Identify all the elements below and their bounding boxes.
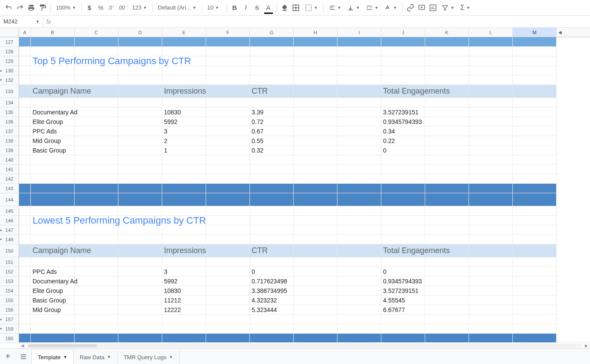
row-header[interactable]: 147 xyxy=(0,225,19,235)
row-header[interactable]: 140 xyxy=(0,155,19,165)
row-header[interactable]: 129 xyxy=(0,56,19,66)
cell[interactable]: 0.67 xyxy=(250,127,294,136)
cell[interactable]: Total Engagements xyxy=(381,244,425,257)
cell[interactable]: 3.527239151 xyxy=(381,286,425,296)
cell[interactable]: 0.55 xyxy=(250,136,294,146)
cell[interactable]: 1 xyxy=(162,146,206,155)
row-header[interactable]: 127 xyxy=(0,37,19,47)
cell[interactable]: 2 xyxy=(162,136,206,146)
cell[interactable]: Mid Group xyxy=(31,136,75,146)
scroll-columns-icon[interactable]: ◀ xyxy=(557,28,564,37)
print-icon[interactable] xyxy=(26,3,36,13)
font-dropdown[interactable]: Default (Ari...▼ xyxy=(155,3,199,13)
horizontal-scrollbar[interactable]: ◀ ▶ xyxy=(19,342,590,348)
row-header[interactable]: 150 xyxy=(0,244,19,257)
cell[interactable]: Impressions xyxy=(162,85,206,98)
cell[interactable]: 0 xyxy=(250,267,294,276)
row-header[interactable]: 137 xyxy=(0,127,19,136)
row-header[interactable]: 128 xyxy=(0,47,19,56)
cell[interactable]: 10830 xyxy=(162,286,206,296)
cell[interactable]: 5.323444 xyxy=(250,305,294,315)
chevron-down-icon[interactable]: ▼ xyxy=(63,355,67,359)
select-all-corner[interactable] xyxy=(0,28,19,37)
cell[interactable]: 11212 xyxy=(162,296,206,305)
sheet-tab[interactable]: TMR Query Logs▼ xyxy=(118,350,180,364)
name-box[interactable]: M242▼ xyxy=(0,16,43,27)
row-header[interactable]: 157 xyxy=(0,315,19,324)
row-header[interactable]: 156 xyxy=(0,305,19,315)
row-header[interactable]: 153 xyxy=(0,276,19,286)
row-header[interactable]: 152 xyxy=(0,267,19,276)
column-header-C[interactable]: C xyxy=(75,28,118,37)
cell[interactable]: Basic Group xyxy=(31,296,75,305)
add-sheet-button[interactable]: + xyxy=(0,349,16,364)
column-header-J[interactable]: J xyxy=(381,28,425,37)
cell[interactable]: PPC Ads xyxy=(31,267,75,276)
column-header-K[interactable]: K xyxy=(425,28,469,37)
cell[interactable]: 0 xyxy=(381,267,425,276)
cell[interactable]: 0.9345794393 xyxy=(381,117,425,127)
cell[interactable]: 4.55545 xyxy=(381,296,425,305)
row-header[interactable]: 138 xyxy=(0,136,19,146)
merge-cells-dropdown[interactable]: ▼ xyxy=(302,3,321,13)
cell[interactable]: Lowest 5 Performing Campaigns by CTR xyxy=(31,216,75,225)
row-header[interactable]: 151 xyxy=(0,257,19,267)
row-header[interactable]: 133 xyxy=(0,85,19,98)
chevron-down-icon[interactable]: ▼ xyxy=(169,355,173,359)
cell[interactable]: Campaign Name xyxy=(31,244,75,257)
cell[interactable]: 3.527239151 xyxy=(381,107,425,117)
h-align-dropdown[interactable]: ▼ xyxy=(326,3,344,13)
row-header[interactable]: 154 xyxy=(0,286,19,296)
cell[interactable]: 0.22 xyxy=(381,136,425,146)
row-header[interactable]: 146 xyxy=(0,216,19,225)
column-header-I[interactable]: I xyxy=(338,28,381,37)
column-header-L[interactable]: L xyxy=(469,28,513,37)
filter-dropdown[interactable]: ▼ xyxy=(439,3,457,13)
paint-format-icon[interactable] xyxy=(37,3,48,13)
undo-icon[interactable] xyxy=(3,3,14,13)
italic-icon[interactable]: I xyxy=(241,3,251,13)
percent-icon[interactable]: % xyxy=(95,3,106,13)
row-header[interactable]: 132 xyxy=(0,75,19,85)
row-header[interactable]: 144 xyxy=(0,193,19,206)
cell[interactable]: 10830 xyxy=(162,107,206,117)
cell[interactable]: Total Engagements xyxy=(381,85,425,98)
cell[interactable]: Documentary Ad xyxy=(31,107,75,117)
sheet-tab[interactable]: Template▼ xyxy=(31,350,74,364)
cell[interactable]: 6.67677 xyxy=(381,305,425,315)
all-sheets-button[interactable] xyxy=(16,349,31,364)
currency-icon[interactable]: $ xyxy=(84,3,95,13)
row-header[interactable]: 142 xyxy=(0,174,19,184)
cell[interactable]: 0.717623498 xyxy=(250,276,294,286)
row-header[interactable]: 135 xyxy=(0,107,19,117)
cell[interactable]: PPC Ads xyxy=(31,127,75,136)
borders-icon[interactable] xyxy=(291,3,301,13)
cell[interactable]: 3 xyxy=(162,267,206,276)
insert-link-icon[interactable] xyxy=(405,3,416,13)
column-header-F[interactable]: F xyxy=(206,28,250,37)
insert-comment-icon[interactable] xyxy=(416,3,427,13)
column-header-M[interactable]: M xyxy=(513,28,557,37)
cell[interactable]: 0.34 xyxy=(381,127,425,136)
column-header-G[interactable]: G xyxy=(250,28,294,37)
column-header-D[interactable]: D xyxy=(118,28,162,37)
text-wrap-dropdown[interactable]: ▼ xyxy=(363,3,381,13)
row-header[interactable]: 159 xyxy=(0,324,19,334)
decrease-decimal-icon[interactable]: .0← xyxy=(107,3,117,13)
cell[interactable]: Documentary Ad xyxy=(31,276,75,286)
row-header[interactable]: 134 xyxy=(0,98,19,107)
cell[interactable]: 5992 xyxy=(162,117,206,127)
insert-chart-icon[interactable] xyxy=(428,3,438,13)
cell[interactable]: 5992 xyxy=(162,276,206,286)
font-size-dropdown[interactable]: 10▼ xyxy=(205,3,224,13)
zoom-dropdown[interactable]: 100%▼ xyxy=(53,3,79,13)
cell[interactable]: CTR xyxy=(250,244,294,257)
redo-icon[interactable] xyxy=(15,3,25,13)
row-header[interactable]: 155 xyxy=(0,296,19,305)
chevron-down-icon[interactable]: ▼ xyxy=(107,355,111,359)
v-align-dropdown[interactable]: ▼ xyxy=(344,3,362,13)
row-header[interactable]: 143 xyxy=(0,184,19,193)
row-header[interactable]: 136 xyxy=(0,117,19,127)
scroll-left-icon[interactable]: ◀ xyxy=(21,343,24,348)
grid-area[interactable]: 1271281291301321331341351361371381391401… xyxy=(0,37,590,348)
